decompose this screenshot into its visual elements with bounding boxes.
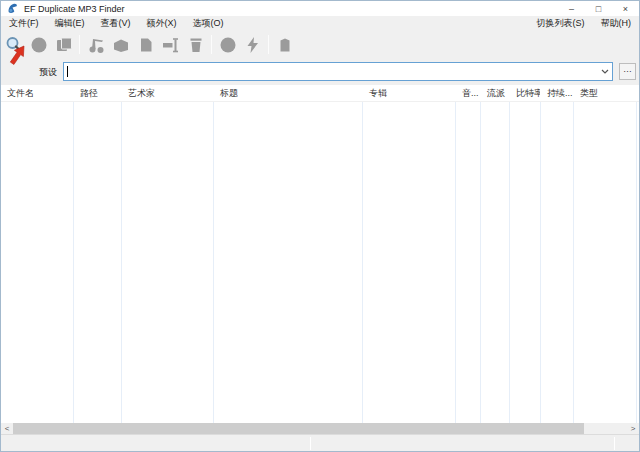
column-header-album[interactable]: 专辑 — [363, 85, 456, 102]
archive-icon — [276, 36, 294, 54]
package-in-icon — [112, 36, 130, 54]
body-column-filename — [1, 102, 74, 423]
copy-documents-icon — [55, 36, 73, 54]
body-column-album — [363, 102, 456, 423]
package-in-button[interactable] — [109, 33, 133, 56]
list-header: 文件名 路径 艺术家 标题 专辑 音... 流派 比特率 持续... 类型 — [1, 85, 639, 102]
trash-button[interactable] — [184, 33, 208, 56]
column-header-genre[interactable]: 流派 — [481, 85, 510, 102]
preset-combobox[interactable] — [63, 62, 613, 81]
body-column-duration — [541, 102, 574, 423]
search-icon — [5, 36, 23, 54]
preset-label: 预设 — [39, 66, 57, 79]
app-window: EF Duplicate MP3 Finder – □ × 文件(F) 编辑(E… — [0, 0, 640, 452]
copy-documents-button[interactable] — [52, 33, 76, 56]
disc-icon — [219, 36, 237, 54]
column-header-duration[interactable]: 持续... — [541, 85, 574, 102]
toolbar-separator — [79, 35, 80, 54]
list-body[interactable] — [1, 102, 639, 423]
statusbar — [1, 434, 639, 451]
maximize-button[interactable]: □ — [585, 1, 612, 16]
window-title: EF Duplicate MP3 Finder — [24, 4, 125, 14]
horizontal-scrollbar: < > — [1, 423, 639, 434]
close-button[interactable]: × — [612, 1, 639, 16]
status-panel-1 — [1, 435, 310, 452]
column-header-track[interactable]: 音... — [456, 85, 481, 102]
body-column-bitrate — [510, 102, 541, 423]
music-notes-icon — [87, 36, 105, 54]
column-header-title[interactable]: 标题 — [214, 85, 363, 102]
menu-extra[interactable]: 额外(X) — [139, 16, 185, 31]
body-column-title — [214, 102, 363, 423]
disc-button[interactable] — [216, 33, 240, 56]
scroll-left-button[interactable]: < — [1, 423, 13, 434]
trash-icon — [187, 36, 205, 54]
body-column-type — [574, 102, 637, 423]
toolbar — [1, 31, 639, 58]
column-header-type[interactable]: 类型 — [574, 85, 637, 102]
window-controls: – □ × — [558, 1, 639, 16]
scroll-right-button[interactable]: > — [627, 423, 639, 434]
menubar: 文件(F) 编辑(E) 查看(V) 额外(X) 选项(O) 切换列表(S) 帮助… — [1, 16, 639, 31]
toolbar-separator — [211, 35, 212, 54]
lightning-icon — [244, 36, 262, 54]
titlebar: EF Duplicate MP3 Finder – □ × — [1, 1, 639, 16]
scroll-thumb[interactable] — [13, 423, 584, 434]
record-icon — [30, 36, 48, 54]
preset-input[interactable] — [68, 64, 598, 79]
column-header-path[interactable]: 路径 — [74, 85, 122, 102]
document-icon — [137, 36, 155, 54]
combo-dropdown-button[interactable] — [598, 63, 612, 80]
archive-button[interactable] — [273, 33, 297, 56]
search-button[interactable] — [2, 33, 26, 56]
toolbar-separator — [268, 35, 269, 54]
rename-button[interactable] — [159, 33, 183, 56]
menu-view[interactable]: 查看(V) — [93, 16, 139, 31]
menu-switch-list[interactable]: 切换列表(S) — [529, 16, 593, 31]
preset-browse-button[interactable]: … — [619, 63, 636, 80]
preset-row: 预设 … — [1, 58, 639, 85]
status-panel-2 — [311, 435, 614, 452]
menu-edit[interactable]: 编辑(E) — [47, 16, 93, 31]
body-column-genre — [481, 102, 510, 423]
body-column-track — [456, 102, 481, 423]
chevron-down-icon — [601, 69, 609, 74]
rename-icon — [162, 36, 180, 54]
body-column-path — [74, 102, 122, 423]
app-logo-icon — [7, 3, 18, 14]
body-column-artist — [122, 102, 214, 423]
music-notes-button[interactable] — [84, 33, 108, 56]
menu-options[interactable]: 选项(O) — [185, 16, 232, 31]
minimize-button[interactable]: – — [558, 1, 585, 16]
column-header-bitrate[interactable]: 比特率 — [510, 85, 541, 102]
document-button[interactable] — [134, 33, 158, 56]
column-header-artist[interactable]: 艺术家 — [122, 85, 214, 102]
column-header-filename[interactable]: 文件名 — [1, 85, 74, 102]
scroll-track[interactable] — [13, 423, 627, 434]
menu-file[interactable]: 文件(F) — [1, 16, 47, 31]
menu-help[interactable]: 帮助(H) — [593, 16, 640, 31]
status-panel-3 — [615, 435, 639, 452]
record-button[interactable] — [27, 33, 51, 56]
lightning-button[interactable] — [241, 33, 265, 56]
